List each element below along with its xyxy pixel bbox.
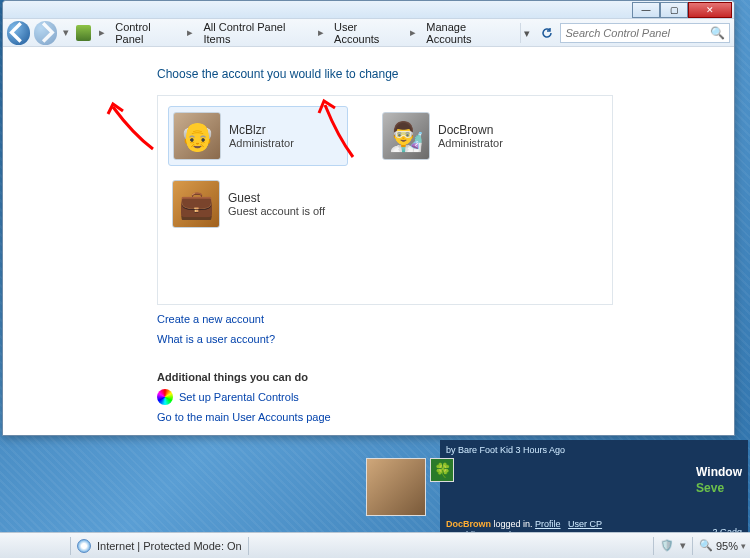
minimize-button[interactable]: — <box>632 2 660 18</box>
protected-mode-status: Internet | Protected Mode: On <box>97 540 242 552</box>
close-button[interactable]: ✕ <box>688 2 732 18</box>
usercp-link[interactable]: User CP <box>568 519 602 529</box>
chevron-right-icon: ▸ <box>406 26 420 39</box>
forum-username: DocBrown <box>446 519 491 529</box>
account-name: DocBrown <box>438 123 503 137</box>
refresh-button[interactable] <box>537 23 556 43</box>
search-icon[interactable]: 🔍 <box>710 26 725 40</box>
back-button[interactable] <box>7 21 30 45</box>
accounts-list: 👴 McBlzr Administrator 👨‍🔬 DocBrown Admi… <box>157 95 613 305</box>
avatar: 👨‍🔬 <box>382 112 430 160</box>
forum-footer: by Bare Foot Kid 3 Hours Ago 🍀 DocBrown … <box>440 440 748 540</box>
ie-statusbar: Internet | Protected Mode: On 🛡️ ▾ 🔍 95%… <box>0 532 750 558</box>
breadcrumb-item[interactable]: User Accounts <box>330 21 404 45</box>
zoom-level: 95% <box>716 540 738 552</box>
page-heading: Choose the account you would like to cha… <box>157 67 734 81</box>
address-dropdown[interactable]: ▾ <box>520 23 533 43</box>
main-accounts-link[interactable]: Go to the main User Accounts page <box>157 411 734 423</box>
what-is-account-link[interactable]: What is a user account? <box>157 333 734 345</box>
address-bar: ▾ ▸ Control Panel ▸ All Control Panel It… <box>3 19 734 47</box>
breadcrumb[interactable]: ▸ Control Panel ▸ All Control Panel Item… <box>95 21 512 45</box>
account-name: Guest <box>228 191 325 205</box>
security-icon: 🛡️ <box>660 539 674 552</box>
account-name: McBlzr <box>229 123 294 137</box>
chevron-right-icon: ▸ <box>183 26 197 39</box>
account-tile-guest[interactable]: 💼 Guest Guest account is off <box>168 174 348 234</box>
breadcrumb-item[interactable]: Manage Accounts <box>422 21 512 45</box>
avatar: 💼 <box>172 180 220 228</box>
search-input[interactable] <box>565 27 710 39</box>
parental-controls-link[interactable]: Set up Parental Controls <box>179 391 299 403</box>
account-role: Administrator <box>229 137 294 149</box>
annotation-arrow <box>103 99 163 163</box>
seven-forums-logo: WindowSeve <box>696 464 742 496</box>
content-area: Choose the account you would like to cha… <box>3 47 734 435</box>
profile-link[interactable]: Profile <box>535 519 561 529</box>
breadcrumb-item[interactable]: All Control Panel Items <box>199 21 312 45</box>
additional-heading: Additional things you can do <box>157 371 734 383</box>
internet-zone-icon <box>77 539 91 553</box>
zoom-icon: 🔍 <box>699 539 713 552</box>
search-box[interactable]: 🔍 <box>560 23 730 43</box>
breadcrumb-item[interactable]: Control Panel <box>111 21 181 45</box>
zoom-control[interactable]: 🔍 95% ▾ <box>699 539 746 552</box>
account-role: Administrator <box>438 137 503 149</box>
forward-button[interactable] <box>34 21 57 45</box>
avatar: 🍀 <box>430 458 454 482</box>
account-tile-mcblzr[interactable]: 👴 McBlzr Administrator <box>168 106 348 166</box>
chevron-right-icon: ▸ <box>314 26 328 39</box>
maximize-button[interactable]: ▢ <box>660 2 688 18</box>
account-tile-docbrown[interactable]: 👨‍🔬 DocBrown Administrator <box>378 106 558 166</box>
chevron-down-icon[interactable]: ▾ <box>741 541 746 551</box>
control-panel-window: — ▢ ✕ ▾ ▸ Control Panel ▸ All Control Pa… <box>2 0 735 436</box>
control-panel-icon <box>76 25 91 41</box>
chevron-right-icon: ▸ <box>95 26 109 39</box>
avatar: 👴 <box>173 112 221 160</box>
create-account-link[interactable]: Create a new account <box>157 313 734 325</box>
account-role: Guest account is off <box>228 205 325 217</box>
history-dropdown[interactable]: ▾ <box>61 21 72 45</box>
forum-byline: by Bare Foot Kid 3 Hours Ago <box>446 444 742 456</box>
window-titlebar: — ▢ ✕ <box>3 1 734 19</box>
parental-controls-icon <box>157 389 173 405</box>
avatar <box>366 458 426 516</box>
